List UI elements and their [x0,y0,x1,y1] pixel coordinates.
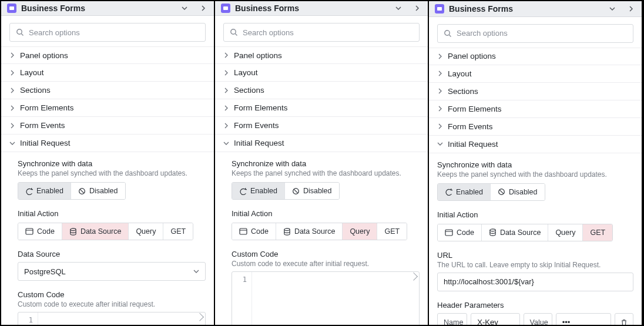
plugin-icon [221,4,230,13]
chevron-right-icon [628,5,635,12]
svg-point-20 [490,229,495,231]
disabled-icon [292,187,300,195]
search-input-wrap[interactable] [437,24,633,43]
sync-disabled-button[interactable]: Disabled [491,184,545,200]
initial-action-group: Code Data Source Query GET [18,223,193,240]
svg-point-14 [445,31,450,35]
search-icon [16,28,24,36]
section-form-events[interactable]: Form Events [1,117,214,135]
panel-header: Business Forms [429,1,642,17]
collapse-button[interactable] [177,1,192,15]
section-layout[interactable]: Layout [215,64,428,82]
section-panel-options[interactable]: Panel options [215,46,428,64]
search-input-wrap[interactable] [223,23,420,42]
initial-request-body: Synchronize with data Keeps the panel sy… [1,152,214,325]
svg-point-13 [284,228,290,230]
sync-disabled-button[interactable]: Disabled [285,183,339,199]
hp-value-input[interactable] [556,313,611,325]
custom-code-desc: Custom code to execute after initial req… [18,300,206,308]
action-datasource-button[interactable]: Data Source [482,224,548,241]
section-sections[interactable]: Sections [429,83,642,100]
action-code-button[interactable]: Code [18,223,62,240]
section-layout[interactable]: Layout [1,64,214,82]
section-initial-request[interactable]: Initial Request [1,135,214,152]
section-initial-request[interactable]: Initial Request [215,135,428,152]
collapse-button[interactable] [391,1,405,15]
action-get-button[interactable]: GET [583,224,612,241]
trash-icon [620,318,628,325]
chevron-down-icon [395,5,402,12]
search-input-wrap[interactable] [9,23,206,42]
sync-desc: Keeps the panel synched with the dashboa… [437,170,633,179]
code-gutter: 1 [18,312,38,325]
datasource-select[interactable]: PostgreSQL [18,262,206,281]
panel-title: Business Forms [449,4,601,14]
svg-point-6 [71,228,76,230]
section-layout[interactable]: Layout [429,65,642,83]
svg-point-7 [231,29,236,34]
panel-1: Business Forms Panel options Layout Sect… [1,1,215,325]
svg-line-8 [235,33,237,35]
sync-enabled-button[interactable]: Enabled [18,183,71,199]
sync-enabled-button[interactable]: Enabled [232,183,285,199]
url-input[interactable] [437,273,633,291]
search-input[interactable] [243,28,413,37]
search-input[interactable] [457,29,627,38]
sync-title: Synchronize with data [437,160,633,169]
sync-enabled-button[interactable]: Enabled [438,184,491,200]
search-input[interactable] [29,28,199,37]
sync-disabled-button[interactable]: Disabled [71,183,125,199]
svg-rect-18 [445,230,452,236]
hide-panel-button[interactable] [410,1,424,15]
hp-delete-button[interactable] [615,313,633,325]
custom-code-title: Custom Code [232,250,420,258]
chevron-down-icon [181,5,188,12]
action-code-button[interactable]: Code [438,224,482,241]
chevron-right-icon [9,105,15,111]
chevron-right-icon [9,70,15,76]
code-icon [445,229,453,236]
disabled-icon [498,188,505,196]
svg-line-17 [499,190,504,194]
action-datasource-button[interactable]: Data Source [62,223,129,240]
hide-panel-button[interactable] [196,1,210,15]
section-form-elements[interactable]: Form Elements [215,99,428,117]
svg-rect-4 [26,228,33,234]
panel-3: Business Forms Panel options Layout Sect… [429,1,643,325]
chevron-right-icon [437,123,443,129]
action-query-button[interactable]: Query [548,224,583,241]
action-query-button[interactable]: Query [129,223,163,240]
custom-code-editor[interactable]: 1 [18,312,206,325]
section-form-elements[interactable]: Form Elements [429,100,642,118]
action-code-button[interactable]: Code [232,223,276,240]
search-wrap [1,16,214,46]
section-panel-options[interactable]: Panel options [1,46,214,64]
section-initial-request[interactable]: Initial Request [429,136,642,153]
section-form-events[interactable]: Form Events [215,117,428,135]
sync-icon [25,187,33,195]
action-datasource-button[interactable]: Data Source [276,223,343,240]
code-icon [25,228,33,235]
section-sections[interactable]: Sections [215,82,428,99]
action-query-button[interactable]: Query [343,223,377,240]
code-gutter: 1 [232,272,252,325]
action-get-button[interactable]: GET [163,223,193,240]
code-area[interactable] [38,312,205,325]
section-sections[interactable]: Sections [1,82,214,99]
custom-code-editor[interactable]: 1 [232,271,420,325]
code-area[interactable] [252,272,419,325]
sync-desc: Keeps the panel synched with the dashboa… [18,169,206,177]
chevron-right-icon [9,123,15,129]
hide-panel-button[interactable] [624,2,638,16]
hp-name-input[interactable] [471,313,519,325]
section-panel-options[interactable]: Panel options [429,48,642,65]
hp-value-label: Value [524,313,552,325]
action-get-button[interactable]: GET [377,223,407,240]
header-params-title: Header Parameters [437,301,633,310]
section-form-elements[interactable]: Form Elements [1,99,214,117]
collapse-button[interactable] [605,2,619,16]
section-form-events[interactable]: Form Events [429,118,642,136]
sync-desc: Keeps the panel synched with the dashboa… [232,169,420,177]
initial-action-title: Initial Action [232,209,420,218]
sync-title: Synchronize with data [232,159,420,168]
